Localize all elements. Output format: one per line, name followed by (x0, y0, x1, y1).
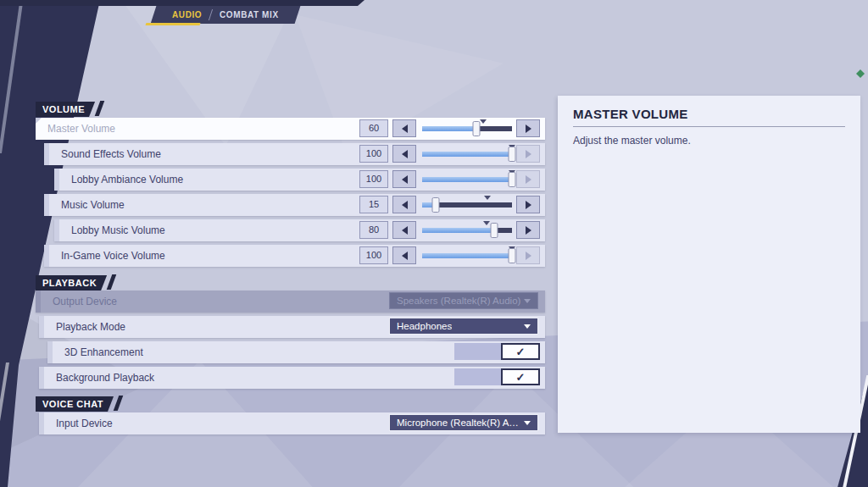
dropdown-value: Headphones (397, 321, 452, 331)
chevron-down-icon (524, 324, 531, 329)
setting-label: Input Device (56, 412, 113, 434)
setting-row-output-device: Output Device Speakers (Realtek(R) Audio… (36, 291, 545, 313)
setting-label: Background Playback (56, 367, 154, 389)
checkbox-box: ✓ (501, 368, 540, 385)
decorative-green-icon (856, 69, 865, 78)
slider-thumb[interactable] (509, 172, 516, 187)
increase-button[interactable] (516, 221, 540, 239)
setting-label: Sound Effects Volume (61, 143, 161, 165)
slider-fill (422, 228, 494, 233)
setting-row-lobby-music-volume[interactable]: Lobby Music Volume 80 (54, 219, 545, 241)
checkbox-bar (454, 343, 501, 360)
section-title: VOLUME (36, 102, 95, 117)
divider (573, 126, 845, 127)
arrow-left-icon (402, 252, 408, 260)
setting-label: Output Device (53, 291, 117, 313)
arrow-right-icon (526, 201, 531, 209)
setting-row-master-volume[interactable]: Master Volume 60 (36, 118, 545, 140)
section-header-voice-chat: VOICE CHAT (36, 396, 120, 411)
setting-row-input-device[interactable]: Input Device Microphone (Realtek(R) Audi… (39, 412, 545, 434)
volume-slider[interactable] (422, 118, 512, 140)
volume-slider[interactable] (422, 194, 512, 216)
setting-label: Playback Mode (56, 316, 125, 338)
setting-row-sound-effects-volume[interactable]: Sound Effects Volume 100 (44, 143, 545, 165)
volume-slider[interactable] (422, 245, 512, 267)
audio-settings-screen: AUDIO COMBAT MIX VOLUME Master Volume 60… (0, 0, 868, 487)
slider-thumb[interactable] (431, 197, 439, 213)
arrow-left-icon (402, 175, 408, 184)
setting-label: Lobby Ambiance Volume (71, 169, 183, 191)
setting-label: In-Game Voice Volume (61, 245, 165, 267)
default-marker-icon (480, 119, 487, 124)
section-header-playback: PLAYBACK (36, 274, 114, 290)
setting-label: Master Volume (47, 118, 115, 140)
slider-track (422, 152, 512, 157)
info-panel-description: Adjust the master volume. (573, 135, 845, 147)
tab-audio[interactable]: AUDIO (164, 10, 210, 19)
checkbox-bar (454, 368, 501, 385)
info-panel-title: MASTER VOLUME (573, 107, 845, 121)
slash-decoration (107, 274, 117, 290)
playback-mode-dropdown[interactable]: Headphones (389, 318, 538, 335)
slider-track (422, 228, 512, 233)
chevron-down-icon (524, 299, 531, 303)
slider-track (422, 253, 512, 258)
decrease-button[interactable] (392, 119, 416, 137)
checkbox-box: ✓ (501, 343, 540, 360)
decrease-button[interactable] (392, 145, 416, 163)
decrease-button[interactable] (392, 221, 416, 239)
volume-value: 100 (359, 246, 388, 264)
tab-bar: AUDIO COMBAT MIX (151, 6, 301, 24)
slider-thumb[interactable] (490, 223, 498, 238)
section-header-volume: VOLUME (36, 101, 102, 116)
volume-value: 100 (359, 170, 388, 188)
volume-slider[interactable] (422, 143, 512, 165)
chevron-down-icon (524, 421, 531, 425)
setting-row-ingame-voice-volume[interactable]: In-Game Voice Volume 100 (44, 245, 545, 267)
decrease-button[interactable] (392, 196, 416, 213)
volume-value: 100 (359, 145, 388, 163)
setting-row-background-playback[interactable]: Background Playback ✓ (39, 367, 545, 389)
arrow-right-icon (526, 175, 531, 184)
3d-enhancement-checkbox[interactable]: ✓ (454, 343, 540, 360)
decrease-button[interactable] (392, 170, 416, 188)
increase-button (516, 145, 540, 163)
decrease-button[interactable] (392, 246, 416, 264)
input-device-dropdown[interactable]: Microphone (Realtek(R) Audio) (389, 414, 538, 431)
default-marker-icon (483, 221, 490, 225)
tab-combat-mix[interactable]: COMBAT MIX (211, 10, 287, 19)
arrow-left-icon (402, 226, 408, 235)
slider-thumb[interactable] (509, 147, 516, 162)
slider-fill (422, 152, 512, 157)
checkmark-icon: ✓ (516, 346, 526, 357)
arrow-right-icon (526, 226, 531, 235)
slider-fill (422, 126, 476, 131)
increase-button[interactable] (516, 119, 540, 137)
arrow-right-icon (526, 125, 531, 133)
setting-row-playback-mode[interactable]: Playback Mode Headphones (39, 316, 545, 338)
slider-thumb[interactable] (472, 121, 480, 136)
setting-row-music-volume[interactable]: Music Volume 15 (44, 194, 545, 216)
dropdown-value: Speakers (Realtek(R) Audio) (397, 296, 520, 306)
setting-row-3d-enhancement[interactable]: 3D Enhancement ✓ (47, 341, 545, 363)
section-title: VOICE CHAT (36, 396, 114, 412)
volume-value: 80 (359, 221, 388, 239)
slider-fill (422, 177, 512, 182)
increase-button[interactable] (516, 196, 540, 213)
default-marker-icon (484, 196, 491, 200)
increase-button (516, 170, 540, 188)
volume-slider[interactable] (422, 169, 512, 191)
setting-row-lobby-ambiance-volume[interactable]: Lobby Ambiance Volume 100 (54, 169, 545, 191)
info-panel: MASTER VOLUME Adjust the master volume. (558, 96, 860, 433)
setting-label: Lobby Music Volume (71, 219, 165, 241)
increase-button (516, 246, 540, 264)
section-title: PLAYBACK (36, 275, 107, 291)
slash-decoration (95, 101, 105, 116)
dropdown-value: Microphone (Realtek(R) Audio) (397, 418, 524, 428)
volume-slider[interactable] (422, 219, 512, 241)
output-device-dropdown: Speakers (Realtek(R) Audio) (389, 292, 538, 309)
arrow-left-icon (402, 201, 408, 209)
arrow-right-icon (526, 252, 531, 260)
background-playback-checkbox[interactable]: ✓ (454, 368, 540, 385)
slider-thumb[interactable] (509, 248, 516, 263)
